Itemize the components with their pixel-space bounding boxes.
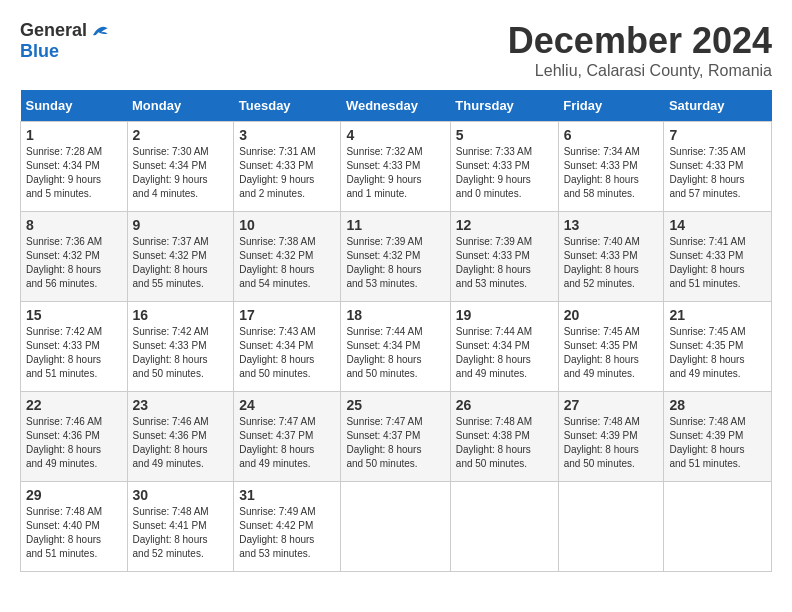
day-number: 22	[26, 397, 122, 413]
day-number: 26	[456, 397, 553, 413]
day-of-week-header: Friday	[558, 90, 664, 122]
day-number: 16	[133, 307, 229, 323]
day-sun-info: Sunrise: 7:46 AMSunset: 4:36 PMDaylight:…	[26, 415, 122, 471]
calendar-day-cell: 12Sunrise: 7:39 AMSunset: 4:33 PMDayligh…	[450, 212, 558, 302]
day-sun-info: Sunrise: 7:48 AMSunset: 4:39 PMDaylight:…	[564, 415, 659, 471]
day-number: 27	[564, 397, 659, 413]
day-sun-info: Sunrise: 7:39 AMSunset: 4:32 PMDaylight:…	[346, 235, 444, 291]
day-number: 9	[133, 217, 229, 233]
day-sun-info: Sunrise: 7:43 AMSunset: 4:34 PMDaylight:…	[239, 325, 335, 381]
calendar-day-cell: 16Sunrise: 7:42 AMSunset: 4:33 PMDayligh…	[127, 302, 234, 392]
day-number: 25	[346, 397, 444, 413]
day-sun-info: Sunrise: 7:31 AMSunset: 4:33 PMDaylight:…	[239, 145, 335, 201]
day-number: 3	[239, 127, 335, 143]
calendar-day-cell: 17Sunrise: 7:43 AMSunset: 4:34 PMDayligh…	[234, 302, 341, 392]
day-sun-info: Sunrise: 7:45 AMSunset: 4:35 PMDaylight:…	[669, 325, 766, 381]
day-sun-info: Sunrise: 7:48 AMSunset: 4:39 PMDaylight:…	[669, 415, 766, 471]
calendar-week-row: 1Sunrise: 7:28 AMSunset: 4:34 PMDaylight…	[21, 122, 772, 212]
calendar-day-cell: 2Sunrise: 7:30 AMSunset: 4:34 PMDaylight…	[127, 122, 234, 212]
calendar-day-cell: 3Sunrise: 7:31 AMSunset: 4:33 PMDaylight…	[234, 122, 341, 212]
logo-blue-text: Blue	[20, 41, 59, 62]
calendar-week-row: 29Sunrise: 7:48 AMSunset: 4:40 PMDayligh…	[21, 482, 772, 572]
day-of-week-header: Tuesday	[234, 90, 341, 122]
day-sun-info: Sunrise: 7:36 AMSunset: 4:32 PMDaylight:…	[26, 235, 122, 291]
calendar-day-cell: 25Sunrise: 7:47 AMSunset: 4:37 PMDayligh…	[341, 392, 450, 482]
day-number: 12	[456, 217, 553, 233]
calendar-day-cell: 6Sunrise: 7:34 AMSunset: 4:33 PMDaylight…	[558, 122, 664, 212]
page-header: General Blue December 2024 Lehliu, Calar…	[20, 20, 772, 80]
day-number: 21	[669, 307, 766, 323]
day-number: 15	[26, 307, 122, 323]
day-number: 17	[239, 307, 335, 323]
calendar-day-cell: 24Sunrise: 7:47 AMSunset: 4:37 PMDayligh…	[234, 392, 341, 482]
location-text: Lehliu, Calarasi County, Romania	[508, 62, 772, 80]
day-number: 7	[669, 127, 766, 143]
calendar-day-cell: 29Sunrise: 7:48 AMSunset: 4:40 PMDayligh…	[21, 482, 128, 572]
calendar-day-cell: 27Sunrise: 7:48 AMSunset: 4:39 PMDayligh…	[558, 392, 664, 482]
calendar-day-cell	[664, 482, 772, 572]
day-number: 30	[133, 487, 229, 503]
calendar-week-row: 8Sunrise: 7:36 AMSunset: 4:32 PMDaylight…	[21, 212, 772, 302]
day-sun-info: Sunrise: 7:44 AMSunset: 4:34 PMDaylight:…	[456, 325, 553, 381]
day-number: 28	[669, 397, 766, 413]
calendar-day-cell: 31Sunrise: 7:49 AMSunset: 4:42 PMDayligh…	[234, 482, 341, 572]
day-sun-info: Sunrise: 7:48 AMSunset: 4:40 PMDaylight:…	[26, 505, 122, 561]
calendar-day-cell: 13Sunrise: 7:40 AMSunset: 4:33 PMDayligh…	[558, 212, 664, 302]
day-number: 1	[26, 127, 122, 143]
title-section: December 2024 Lehliu, Calarasi County, R…	[508, 20, 772, 80]
calendar-day-cell: 4Sunrise: 7:32 AMSunset: 4:33 PMDaylight…	[341, 122, 450, 212]
day-number: 18	[346, 307, 444, 323]
logo-bird-icon	[89, 21, 109, 41]
day-number: 5	[456, 127, 553, 143]
day-number: 29	[26, 487, 122, 503]
day-sun-info: Sunrise: 7:44 AMSunset: 4:34 PMDaylight:…	[346, 325, 444, 381]
day-sun-info: Sunrise: 7:49 AMSunset: 4:42 PMDaylight:…	[239, 505, 335, 561]
day-sun-info: Sunrise: 7:39 AMSunset: 4:33 PMDaylight:…	[456, 235, 553, 291]
day-sun-info: Sunrise: 7:47 AMSunset: 4:37 PMDaylight:…	[346, 415, 444, 471]
day-of-week-header: Wednesday	[341, 90, 450, 122]
day-sun-info: Sunrise: 7:32 AMSunset: 4:33 PMDaylight:…	[346, 145, 444, 201]
calendar-day-cell: 15Sunrise: 7:42 AMSunset: 4:33 PMDayligh…	[21, 302, 128, 392]
day-sun-info: Sunrise: 7:28 AMSunset: 4:34 PMDaylight:…	[26, 145, 122, 201]
calendar-header-row: SundayMondayTuesdayWednesdayThursdayFrid…	[21, 90, 772, 122]
calendar-day-cell	[341, 482, 450, 572]
day-sun-info: Sunrise: 7:33 AMSunset: 4:33 PMDaylight:…	[456, 145, 553, 201]
calendar-day-cell: 26Sunrise: 7:48 AMSunset: 4:38 PMDayligh…	[450, 392, 558, 482]
day-sun-info: Sunrise: 7:42 AMSunset: 4:33 PMDaylight:…	[133, 325, 229, 381]
day-sun-info: Sunrise: 7:38 AMSunset: 4:32 PMDaylight:…	[239, 235, 335, 291]
day-number: 20	[564, 307, 659, 323]
calendar-table: SundayMondayTuesdayWednesdayThursdayFrid…	[20, 90, 772, 572]
day-sun-info: Sunrise: 7:48 AMSunset: 4:38 PMDaylight:…	[456, 415, 553, 471]
day-number: 19	[456, 307, 553, 323]
calendar-week-row: 22Sunrise: 7:46 AMSunset: 4:36 PMDayligh…	[21, 392, 772, 482]
day-number: 31	[239, 487, 335, 503]
calendar-day-cell: 10Sunrise: 7:38 AMSunset: 4:32 PMDayligh…	[234, 212, 341, 302]
day-sun-info: Sunrise: 7:46 AMSunset: 4:36 PMDaylight:…	[133, 415, 229, 471]
calendar-day-cell	[450, 482, 558, 572]
calendar-day-cell: 14Sunrise: 7:41 AMSunset: 4:33 PMDayligh…	[664, 212, 772, 302]
day-sun-info: Sunrise: 7:30 AMSunset: 4:34 PMDaylight:…	[133, 145, 229, 201]
calendar-day-cell: 23Sunrise: 7:46 AMSunset: 4:36 PMDayligh…	[127, 392, 234, 482]
calendar-week-row: 15Sunrise: 7:42 AMSunset: 4:33 PMDayligh…	[21, 302, 772, 392]
day-number: 4	[346, 127, 444, 143]
day-of-week-header: Saturday	[664, 90, 772, 122]
day-sun-info: Sunrise: 7:42 AMSunset: 4:33 PMDaylight:…	[26, 325, 122, 381]
day-sun-info: Sunrise: 7:45 AMSunset: 4:35 PMDaylight:…	[564, 325, 659, 381]
day-sun-info: Sunrise: 7:47 AMSunset: 4:37 PMDaylight:…	[239, 415, 335, 471]
calendar-day-cell: 9Sunrise: 7:37 AMSunset: 4:32 PMDaylight…	[127, 212, 234, 302]
calendar-day-cell: 28Sunrise: 7:48 AMSunset: 4:39 PMDayligh…	[664, 392, 772, 482]
calendar-day-cell: 1Sunrise: 7:28 AMSunset: 4:34 PMDaylight…	[21, 122, 128, 212]
calendar-day-cell: 22Sunrise: 7:46 AMSunset: 4:36 PMDayligh…	[21, 392, 128, 482]
calendar-day-cell: 19Sunrise: 7:44 AMSunset: 4:34 PMDayligh…	[450, 302, 558, 392]
day-sun-info: Sunrise: 7:34 AMSunset: 4:33 PMDaylight:…	[564, 145, 659, 201]
day-number: 8	[26, 217, 122, 233]
day-number: 2	[133, 127, 229, 143]
calendar-day-cell: 5Sunrise: 7:33 AMSunset: 4:33 PMDaylight…	[450, 122, 558, 212]
day-number: 23	[133, 397, 229, 413]
day-sun-info: Sunrise: 7:40 AMSunset: 4:33 PMDaylight:…	[564, 235, 659, 291]
day-sun-info: Sunrise: 7:37 AMSunset: 4:32 PMDaylight:…	[133, 235, 229, 291]
day-of-week-header: Sunday	[21, 90, 128, 122]
calendar-day-cell: 18Sunrise: 7:44 AMSunset: 4:34 PMDayligh…	[341, 302, 450, 392]
calendar-day-cell: 8Sunrise: 7:36 AMSunset: 4:32 PMDaylight…	[21, 212, 128, 302]
calendar-day-cell: 11Sunrise: 7:39 AMSunset: 4:32 PMDayligh…	[341, 212, 450, 302]
